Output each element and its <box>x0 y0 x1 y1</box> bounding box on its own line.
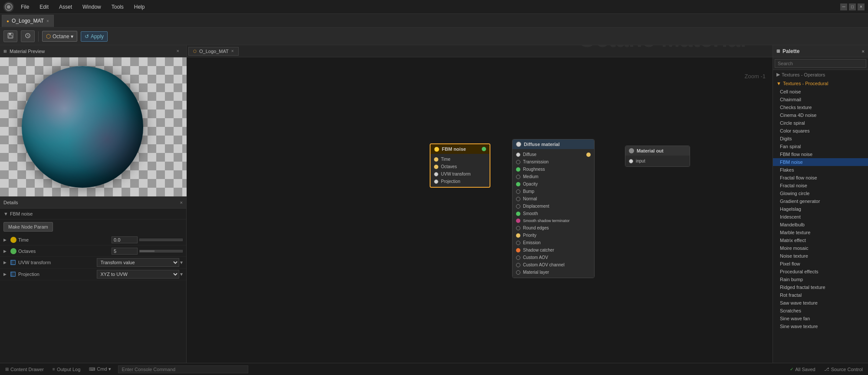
make-node-param-button[interactable]: Make Node Param <box>3 222 53 232</box>
save-icon <box>7 33 13 40</box>
palette-item-cell-noise[interactable]: Cell noise <box>773 88 868 96</box>
toolbar-divider <box>38 31 39 42</box>
octaves-value[interactable] <box>112 248 138 255</box>
proj-select[interactable]: XYZ to UVW <box>97 270 180 279</box>
palette-item-flakes[interactable]: Flakes <box>773 166 868 174</box>
apply-button[interactable]: ↺ Apply <box>81 31 108 42</box>
material-preview-close[interactable]: × <box>173 45 183 57</box>
diffuse-normal-pin <box>516 197 520 201</box>
palette-item-glowing-circle[interactable]: Glowing circle <box>773 189 868 197</box>
title-bar: File Edit Asset Window Tools Help ─ □ × <box>0 0 868 14</box>
palette-item-matrix-effect[interactable]: Matrix effect <box>773 236 868 244</box>
details-close[interactable]: × <box>180 200 183 205</box>
diffuse-opacity-label: Opacity <box>523 182 538 186</box>
console-input[interactable] <box>118 365 248 373</box>
palette-item-marble-texture[interactable]: Marble texture <box>773 229 868 236</box>
palette-item-fan-spiral[interactable]: Fan spiral <box>773 143 868 150</box>
fbm-time-label: Time <box>441 157 450 162</box>
section-expand-icon[interactable]: ▼ <box>3 211 8 216</box>
palette-item-rain-bump[interactable]: Rain bump <box>773 275 868 283</box>
palette-item-saw-wave-texture[interactable]: Saw wave texture <box>773 299 868 307</box>
material-out-node[interactable]: Material out input <box>625 146 690 167</box>
graph-tab-close[interactable]: × <box>231 49 234 53</box>
menu-window[interactable]: Window <box>81 3 103 11</box>
tab-o-logo-mat[interactable]: ● O_Logo_MAT × <box>2 15 54 27</box>
uvw-select[interactable]: Transform value <box>97 258 180 267</box>
category-textures-procedural[interactable]: ▼ Textures - Procedural <box>773 79 868 88</box>
category-textures-operators[interactable]: ▶ Textures - Operators <box>773 70 868 79</box>
diffuse-pin-smooth: Smooth <box>513 210 594 217</box>
diffuse-pin-diffuse: Diffuse <box>513 151 594 158</box>
output-log-button[interactable]: ≡ Output Log <box>51 366 82 373</box>
diffuse-material-node[interactable]: Diffuse material Diffuse Transmission R <box>512 139 595 278</box>
source-control-button[interactable]: ⎇ Source Control <box>822 366 865 373</box>
uvw-expand[interactable]: ▶ <box>3 260 10 265</box>
uvw-icon <box>10 259 16 265</box>
time-expand[interactable]: ▶ <box>3 238 10 242</box>
fbm-node-icon: 🟡 <box>434 147 439 152</box>
node-graph[interactable]: ⬡ O_Logo_MAT × Zoom -1 🟡 FBM noise <box>187 45 773 363</box>
palette-item-iridescent[interactable]: Iridescent <box>773 213 868 221</box>
mat-out-pin-input: input <box>625 157 690 165</box>
palette-search-input[interactable] <box>775 59 866 68</box>
diffuse-custom-aov-channel-pin <box>516 263 520 267</box>
palette-item-color-squares[interactable]: Color squares <box>773 127 868 135</box>
octane-label: Octane ▾ <box>53 33 73 40</box>
palette-item-gradient-generator[interactable]: Gradient generator <box>773 197 868 205</box>
fbm-noise-node[interactable]: 🟡 FBM noise Time Octaves UVW t <box>430 143 490 188</box>
octaves-expand[interactable]: ▶ <box>3 249 10 253</box>
time-value[interactable] <box>112 236 138 243</box>
palette-item-hagelslag[interactable]: Hagelslag <box>773 205 868 213</box>
octaves-slider[interactable] <box>139 250 183 252</box>
property-octaves: ▶ Octaves <box>0 246 186 257</box>
palette-item-fbm-noise[interactable]: FBM noise <box>773 158 868 166</box>
palette-close-button[interactable]: × <box>862 49 865 54</box>
palette-title: Palette <box>783 48 799 54</box>
app-icon <box>3 2 14 12</box>
menu-file[interactable]: File <box>19 3 31 11</box>
graph-tab-o-logo-mat[interactable]: ⬡ O_Logo_MAT × <box>188 47 239 56</box>
diffuse-shadow-catcher-pin <box>516 248 520 252</box>
menu-help[interactable]: Help <box>132 3 147 11</box>
maximize-button[interactable]: □ <box>849 3 856 10</box>
octane-button[interactable]: ⬡ Octane ▾ <box>42 31 77 42</box>
fbm-node-title: FBM noise <box>442 146 466 152</box>
close-button[interactable]: × <box>858 3 865 10</box>
menu-tools[interactable]: Tools <box>110 3 125 11</box>
palette-item-noise-texture[interactable]: Noise texture <box>773 252 868 260</box>
palette-item-sine-wave-texture[interactable]: Sine wave texture <box>773 322 868 330</box>
palette-item-sine-wave-fan[interactable]: Sine wave fan <box>773 315 868 322</box>
minimize-button[interactable]: ─ <box>840 3 847 10</box>
content-drawer-button[interactable]: ⊞ Content Drawer <box>3 366 46 373</box>
history-button[interactable] <box>21 30 35 42</box>
menu-edit[interactable]: Edit <box>38 3 50 11</box>
save-button[interactable] <box>3 30 17 42</box>
palette-item-fractal-flow-noise[interactable]: Fractal flow noise <box>773 174 868 182</box>
palette-header: ⊞ Palette × <box>773 45 868 57</box>
diffuse-pin-round-edges: Round edges <box>513 224 594 232</box>
palette-item-circle-spiral[interactable]: Circle spiral <box>773 119 868 127</box>
palette-item-digits[interactable]: Digits <box>773 135 868 143</box>
palette-item-chainmail[interactable]: Chainmail <box>773 96 868 103</box>
menu-asset[interactable]: Asset <box>57 3 74 11</box>
diffuse-node-header: Diffuse material <box>513 139 594 149</box>
palette-item-procedural-effects[interactable]: Procedural effects <box>773 268 868 275</box>
cmd-button[interactable]: ⌨ Cmd ▾ <box>87 365 112 373</box>
proj-expand[interactable]: ▶ <box>3 272 10 276</box>
diffuse-diffuse-label: Diffuse <box>523 152 536 157</box>
palette-item-mandelbulb[interactable]: Mandelbulb <box>773 221 868 229</box>
palette-item-fbm-flow-noise[interactable]: FBM flow noise <box>773 150 868 158</box>
palette-item-pixel-flow[interactable]: Pixel flow <box>773 260 868 268</box>
tab-close-button[interactable]: × <box>46 19 49 23</box>
palette-item-moire-mosaic[interactable]: Moire mosaic <box>773 244 868 252</box>
palette-item-rot-fractal[interactable]: Rot fractal <box>773 291 868 299</box>
tab-bar: ● O_Logo_MAT × <box>0 14 868 28</box>
palette-item-fractal-noise[interactable]: Fractal noise <box>773 182 868 189</box>
palette-item-cinema-4d-noise[interactable]: Cinema 4D noise <box>773 111 868 119</box>
palette-item-scratches[interactable]: Scratches <box>773 307 868 315</box>
time-slider[interactable] <box>139 239 183 241</box>
palette-item-ridged-fractal-texture[interactable]: Ridged fractal texture <box>773 283 868 291</box>
palette-item-checks-texture[interactable]: Checks texture <box>773 103 868 111</box>
details-panel: Details × ▼ FBM noise Make Node Param ▶ … <box>0 196 186 363</box>
diffuse-diffuse-out-pin <box>586 153 591 157</box>
